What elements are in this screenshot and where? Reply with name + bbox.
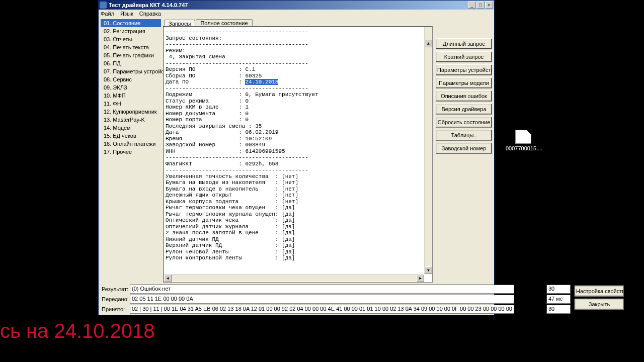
minimize-button[interactable]: _: [468, 2, 476, 9]
scroll-down-icon[interactable]: ▼: [425, 266, 432, 274]
model-params-button[interactable]: Параметры модели: [436, 77, 492, 88]
console-highlight-date: 24.10.2018: [245, 79, 278, 85]
sent-field[interactable]: 02 05 11 1E 00 00 00 0A: [130, 295, 514, 304]
password-label: Пароль:: [518, 286, 544, 292]
console-text-post: ----------------------------------------…: [166, 85, 318, 261]
sidebar-item-online-payments[interactable]: 16. Онлайн платежи: [101, 140, 161, 148]
tab-requests[interactable]: Запросы: [164, 20, 195, 27]
status-fields: Результат: (0) Ошибок нет Передано: 02 0…: [102, 285, 514, 315]
sidebar: 01. Состояние 02. Регистрация 03. Отчеты…: [99, 17, 162, 283]
action-buttons: Длинный запрос Краткий запрос Параметры …: [436, 26, 492, 283]
close-button[interactable]: Закрыть: [575, 299, 624, 310]
time-label: Время:: [518, 296, 544, 302]
sidebar-item-device-params[interactable]: 07. Параметры устройства: [101, 67, 161, 75]
time-field: 47 мс: [546, 295, 571, 304]
app-icon: [100, 2, 107, 9]
settings-button[interactable]: Настройка свойств: [575, 286, 624, 297]
document-icon: [515, 130, 531, 144]
operator-label: Оператор:: [518, 306, 544, 312]
sidebar-item-print-text[interactable]: 04. Печать текста: [101, 43, 161, 51]
console-output[interactable]: ----------------------------------------…: [163, 26, 433, 283]
short-request-button[interactable]: Краткий запрос: [436, 51, 492, 62]
titlebar[interactable]: Тест драйвера ККТ 4.14.0.747 _ □ ×: [99, 1, 494, 10]
close-window-button[interactable]: ×: [485, 2, 493, 9]
tab-row: Запросы Полное состояние: [164, 19, 492, 26]
sidebar-item-mfp[interactable]: 10. МФП: [101, 92, 161, 100]
password-field[interactable]: 30: [546, 285, 571, 294]
tables-button[interactable]: Таблицы..: [436, 130, 492, 141]
sidebar-item-modem[interactable]: 14. Модем: [101, 124, 161, 132]
sidebar-item-state[interactable]: 01. Состояние: [101, 19, 161, 27]
received-label: Принято:: [102, 306, 128, 312]
bottom-panel: Результат: (0) Ошибок нет Передано: 02 0…: [99, 283, 494, 317]
console-text-pre: ----------------------------------------…: [166, 29, 308, 85]
sidebar-item-masterpay[interactable]: 13. MasterPay-K: [101, 116, 161, 124]
menu-language[interactable]: Язык: [120, 11, 133, 17]
tab-full-state[interactable]: Полное состояние: [196, 19, 252, 26]
param-fields: Пароль: 30 Время: 47 мс Оператор: 30: [518, 285, 571, 315]
main-panel: Запросы Полное состояние ---------------…: [162, 17, 494, 283]
error-descriptions-button[interactable]: Описания ошибок: [436, 90, 492, 102]
scroll-up-icon[interactable]: ▲: [425, 40, 432, 47]
sidebar-item-reports[interactable]: 03. Отчеты: [101, 35, 161, 43]
maximize-button[interactable]: □: [476, 2, 485, 9]
menu-help[interactable]: Справка: [139, 11, 161, 17]
scrollbar-horizontal[interactable]: ◄ ►: [164, 274, 424, 282]
result-label: Результат:: [102, 286, 128, 292]
sidebar-item-eklz[interactable]: 09. ЭКЛЗ: [101, 83, 161, 92]
sent-label: Передано:: [102, 296, 128, 302]
received-field[interactable]: 02 | 30 | 11 | 00 1E 04 31 A5 EB 06 02 1…: [130, 305, 514, 314]
desktop-file-label: 0007700015....: [506, 145, 541, 151]
sidebar-item-bill-acceptor[interactable]: 12. Купюроприемник: [101, 108, 161, 116]
scroll-right-icon[interactable]: ►: [417, 275, 424, 282]
menubar: Файл Язык Справка: [99, 10, 494, 17]
main-window: Тест драйвера ККТ 4.14.0.747 _ □ × Файл …: [98, 0, 495, 315]
scrollbar-vertical[interactable]: ▲ ▼: [424, 27, 432, 274]
sidebar-item-print-graphics[interactable]: 05. Печать графики: [101, 51, 161, 59]
result-field[interactable]: (0) Ошибок нет: [130, 285, 514, 294]
video-caption: сь на 24.10.2018: [0, 320, 155, 342]
sidebar-item-other[interactable]: 17. Прочее: [101, 148, 161, 156]
sidebar-item-service[interactable]: 08. Сервис: [101, 75, 161, 83]
menu-file[interactable]: Файл: [101, 11, 114, 17]
sidebar-item-pd[interactable]: 06. ПД: [101, 59, 161, 67]
bottom-buttons: Настройка свойств Закрыть: [575, 285, 624, 315]
content-area: 01. Состояние 02. Регистрация 03. Отчеты…: [99, 17, 494, 283]
scroll-left-icon[interactable]: ◄: [164, 275, 172, 282]
operator-field[interactable]: 30: [546, 305, 571, 314]
window-title: Тест драйвера ККТ 4.14.0.747: [109, 2, 467, 8]
driver-version-button[interactable]: Версия драйвера: [436, 104, 492, 115]
sidebar-item-fn[interactable]: 11. ФН: [101, 100, 161, 108]
desktop-file-icon[interactable]: 0007700015....: [506, 130, 541, 151]
device-params-button[interactable]: Параметры устройства: [436, 64, 492, 75]
sidebar-item-registration[interactable]: 02. Регистрация: [101, 27, 161, 35]
console-wrap: ----------------------------------------…: [163, 26, 492, 283]
serial-number-button[interactable]: Заводской номер: [436, 143, 492, 154]
long-request-button[interactable]: Длинный запрос: [436, 38, 492, 49]
reset-state-button[interactable]: Сбросить состояние: [436, 117, 492, 128]
sidebar-item-receipt-db[interactable]: 15. БД чеков: [101, 132, 161, 140]
